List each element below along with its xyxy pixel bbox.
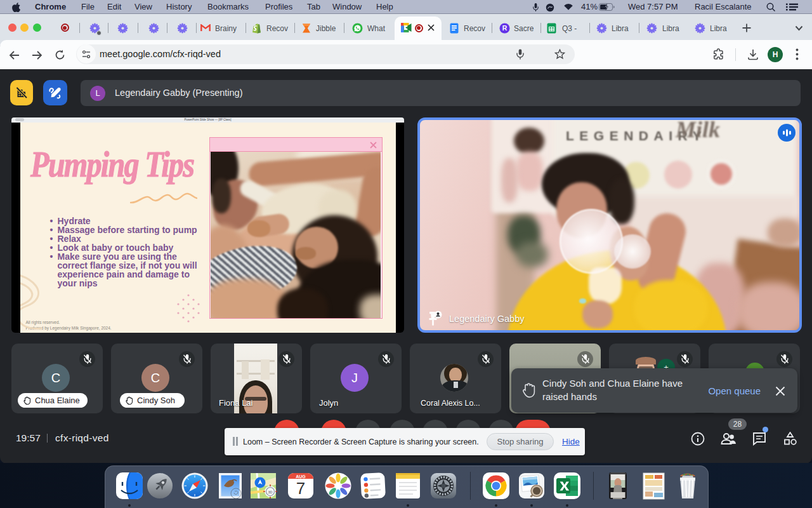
svg-text:R: R <box>502 24 508 32</box>
svg-text:7: 7 <box>296 479 305 498</box>
svg-text:3D: 3D <box>268 490 272 494</box>
svg-text:AUG: AUG <box>296 474 306 479</box>
